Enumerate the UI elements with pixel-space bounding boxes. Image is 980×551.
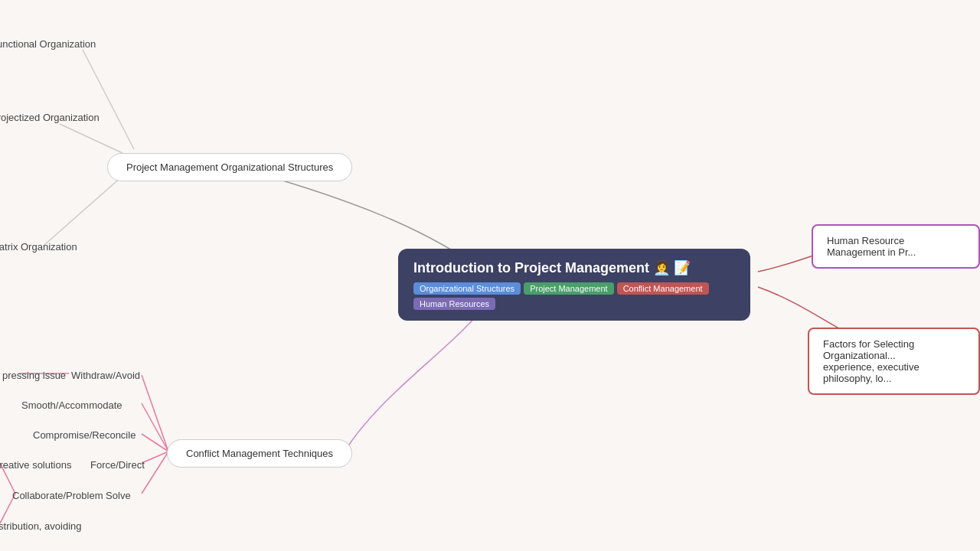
- compromise-node: Compromise/Reconcile: [27, 426, 142, 444]
- svg-line-2: [44, 176, 122, 245]
- conflict-techniques-node[interactable]: Conflict Management Techniques: [167, 439, 352, 468]
- tag-human-resources[interactable]: Human Resources: [413, 298, 495, 310]
- withdraw-label: Withdraw/Avoid: [71, 370, 140, 381]
- tag-organizational-structures[interactable]: Organizational Structures: [413, 282, 521, 295]
- hr-management-label: Human Resource Management in Pr...: [827, 235, 916, 258]
- hr-management-node[interactable]: Human Resource Management in Pr...: [812, 224, 980, 269]
- collaborate-label: Collaborate/Problem Solve: [12, 490, 131, 501]
- central-node: Introduction to Project Management 👩‍💼 📝…: [398, 249, 750, 321]
- svg-line-5: [142, 434, 168, 452]
- creative-solutions-label: creative solutions: [0, 459, 71, 471]
- smooth-node: Smooth/Accommodate: [15, 396, 129, 414]
- svg-line-3: [142, 375, 168, 452]
- central-tags: Organizational Structures Project Manage…: [413, 282, 735, 310]
- matrix-org-label: Matrix Organization: [0, 241, 77, 253]
- compromise-label: Compromise/Reconcile: [33, 429, 136, 441]
- force-label: Force/Direct: [90, 459, 145, 471]
- creative-solutions-node: creative solutions: [0, 456, 77, 474]
- svg-line-0: [83, 50, 134, 149]
- pm-org-structures-node[interactable]: Project Management Organizational Struct…: [107, 153, 352, 181]
- central-title: Introduction to Project Management 👩‍💼 📝: [413, 259, 735, 276]
- svg-line-4: [142, 403, 168, 452]
- tag-conflict-management[interactable]: Conflict Management: [617, 282, 709, 295]
- distribution-node: distribution, avoiding: [0, 517, 88, 535]
- functional-org-node: Functional Organization: [0, 35, 102, 53]
- matrix-org-node: Matrix Organization: [0, 238, 83, 256]
- projectized-org-label: Projectized Organization: [0, 112, 100, 123]
- factors-node[interactable]: Factors for Selecting Organizational... …: [808, 328, 980, 395]
- collaborate-node: Collaborate/Problem Solve: [6, 487, 137, 504]
- distribution-label: distribution, avoiding: [0, 520, 82, 532]
- functional-org-label: Functional Organization: [0, 38, 96, 50]
- factors-label: Factors for Selecting Organizational... …: [823, 338, 920, 384]
- projectized-org-node: Projectized Organization: [0, 109, 106, 126]
- smooth-label: Smooth/Accommodate: [21, 399, 122, 411]
- conflict-techniques-label: Conflict Management Techniques: [186, 448, 333, 459]
- tag-project-management[interactable]: Project Management: [524, 282, 614, 295]
- force-node: Force/Direct: [84, 456, 151, 474]
- pressing-issue-label: pressing issue: [2, 370, 66, 381]
- withdraw-node: Withdraw/Avoid: [65, 367, 146, 384]
- pressing-issue-node: pressing issue: [0, 367, 72, 384]
- pm-org-structures-label: Project Management Organizational Struct…: [126, 161, 333, 173]
- svg-line-1: [60, 124, 122, 153]
